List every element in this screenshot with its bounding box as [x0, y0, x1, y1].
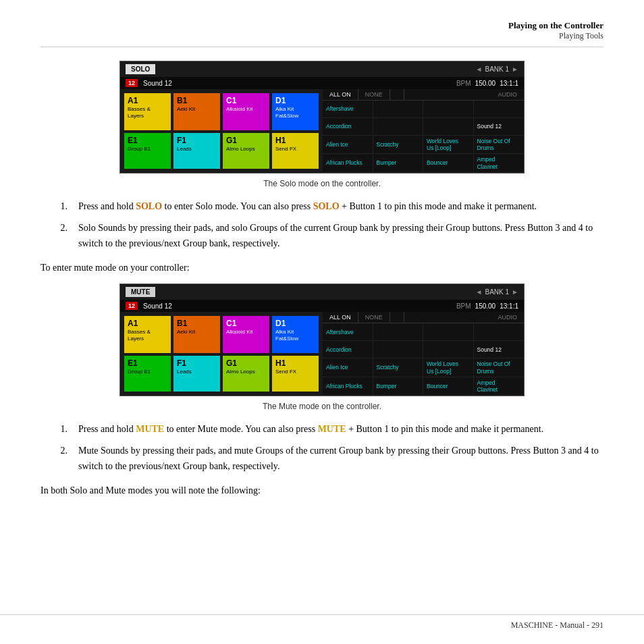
mute-pad-e1[interactable]: E1 Group E1 — [124, 356, 171, 392]
mute-cell-bouncer: Bouncer — [423, 377, 474, 395]
pad-f1[interactable]: F1 Leads — [173, 133, 220, 169]
cell-bouncer: Bouncer — [423, 154, 474, 171]
mute-right-row-3: Alien Ice Scratchy World LovesUs [Loop] … — [323, 358, 524, 377]
mute-pads-grid: A1 Basses &Layers B1 Aeki Kit C1 Alkaloi… — [120, 312, 323, 396]
cell-accordion: Accordion — [323, 118, 373, 135]
mute-intro: To enter mute mode on your controller: — [41, 261, 603, 275]
pad-b1[interactable]: B1 Aeki Kit — [173, 93, 220, 130]
mute-bank-nav: ◄ BANK 1 ► — [476, 288, 518, 296]
mute-right-row-1: Aftershave — [323, 323, 524, 341]
mute-cell-worldloves: World LovesUs [Loop] — [423, 358, 474, 376]
page-footer: MASCHINE - Manual - 291 — [0, 614, 644, 630]
solo-pads-grid: A1 Basses &Layers B1 Aeki Kit C1 Alkaloi… — [120, 89, 323, 173]
mute-keyword-2: MUTE — [318, 424, 346, 434]
mute-pad-b1[interactable]: B1 Aeki Kit — [173, 316, 220, 353]
mute-cell-noiseout: Noise Out OfDrums — [474, 358, 525, 376]
mute-item-number-2: 2. — [54, 444, 68, 474]
mute-pad-a1[interactable]: A1 Basses &Layers — [124, 316, 171, 353]
solo-main-area: A1 Basses &Layers B1 Aeki Kit C1 Alkaloi… — [120, 89, 524, 173]
mute-none-btn[interactable]: NONE — [358, 312, 390, 323]
pad-d1[interactable]: D1 Alka KitFat&Slow — [272, 93, 319, 130]
cell-r1c2 — [373, 101, 424, 117]
mute-cell-accordion: Accordion — [323, 341, 373, 358]
cell-scratchy: Scratchy — [373, 136, 424, 153]
mute-bank-next-arrow[interactable]: ► — [512, 288, 518, 296]
solo-topbar: SOLO ◄ BANK 1 ► — [120, 61, 524, 77]
mute-cell-amped: AmpedClavinet — [474, 377, 525, 395]
solo-keyword-1: SOLO — [136, 201, 162, 211]
solo-right-panel: ALL ON NONE AUDIO Aftershave Accordion — [323, 89, 524, 173]
audio-btn[interactable]: AUDIO — [491, 89, 524, 100]
pad-c1[interactable]: C1 Alkaloid Kit — [223, 93, 269, 130]
none-btn[interactable]: NONE — [358, 89, 390, 100]
mute-item-content-1: Press and hold MUTE to enter Mute mode. … — [78, 422, 603, 437]
mute-sound-number: 12 — [126, 302, 138, 310]
solo-mode-btn[interactable]: SOLO — [126, 64, 155, 74]
cell-sound12: Sound 12 — [474, 118, 525, 135]
cell-r2c2 — [373, 118, 424, 135]
mute-audio-btn[interactable]: AUDIO — [491, 312, 524, 323]
cell-aftershave: Aftershave — [323, 101, 373, 117]
right-row-4: African Plucks Bumper Bouncer AmpedClavi… — [323, 154, 524, 172]
right-row-1: Aftershave — [323, 101, 524, 118]
mute-position-value: 13:1:1 — [500, 302, 518, 310]
cell-bumper: Bumper — [373, 154, 424, 171]
mute-mode-btn[interactable]: MUTE — [126, 287, 155, 297]
item-number-1: 1. — [54, 199, 68, 214]
mute-cell-alienice: Alien Ice — [323, 358, 373, 376]
mute-cell-r1c2 — [373, 323, 424, 340]
cell-worldloves: World LovesUs [Loop] — [423, 136, 474, 153]
bank-next-arrow[interactable]: ► — [512, 65, 518, 73]
cell-africanplucks: African Plucks — [323, 154, 373, 171]
pad-e1[interactable]: E1 Group E1 — [124, 133, 171, 169]
pad-g1[interactable]: G1 Atmo Loops — [223, 133, 269, 169]
mute-item-content-2: Mute Sounds by pressing their pads, and … — [78, 444, 603, 474]
mute-right-row-4: African Plucks Bumper Bouncer AmpedClavi… — [323, 377, 524, 396]
mute-right-panel-header: ALL ON NONE AUDIO — [323, 312, 524, 323]
cell-alienice: Alien Ice — [323, 136, 373, 153]
bank-prev-arrow[interactable]: ◄ — [476, 65, 483, 73]
mute-pad-c1[interactable]: C1 Alkaloid Kit — [223, 316, 269, 353]
solo-caption: The Solo mode on the controller. — [41, 179, 603, 188]
mute-numbered-list: 1. Press and hold MUTE to enter Mute mod… — [54, 422, 603, 474]
mute-bpm-section: BPM 150.00 13:1:1 — [456, 302, 518, 310]
cell-r1c4 — [474, 101, 525, 117]
solo-screenshot: SOLO ◄ BANK 1 ► 12 Sound 12 BPM 150.00 1… — [119, 61, 525, 173]
all-on-btn[interactable]: ALL ON — [323, 89, 358, 100]
mute-pad-d1[interactable]: D1 Alka KitFat&Slow — [272, 316, 319, 353]
pad-a1[interactable]: A1 Basses &Layers — [124, 93, 171, 130]
bpm-label: BPM — [456, 80, 471, 87]
mute-bank-prev-arrow[interactable]: ◄ — [476, 288, 483, 296]
mute-cell-r2c2 — [373, 341, 424, 358]
empty-btn — [390, 89, 404, 100]
right-row-3: Alien Ice Scratchy World LovesUs [Loop] … — [323, 136, 524, 154]
mute-cell-sound12: Sound 12 — [474, 341, 525, 358]
mute-all-on-btn[interactable]: ALL ON — [323, 312, 358, 323]
mute-pad-f1[interactable]: F1 Leads — [173, 356, 220, 392]
mute-pad-g1[interactable]: G1 Atmo Loops — [223, 356, 269, 392]
mute-cell-r1c3 — [423, 323, 474, 340]
mute-screenshot: MUTE ◄ BANK 1 ► 12 Sound 12 BPM 150.00 1… — [119, 284, 525, 396]
mute-pad-h1[interactable]: H1 Send FX — [272, 356, 319, 392]
mute-right-panel-rows: Aftershave Accordion Sound 12 Alien Ice … — [323, 323, 524, 396]
mute-cell-scratchy: Scratchy — [373, 358, 424, 376]
mute-cell-bumper: Bumper — [373, 377, 424, 395]
pad-h1[interactable]: H1 Send FX — [272, 133, 319, 169]
bpm-section: BPM 150.00 13:1:1 — [456, 80, 518, 87]
header-subtitle: Playing Tools — [41, 31, 603, 41]
mute-soundbar: 12 Sound 12 BPM 150.00 13:1:1 — [120, 300, 524, 312]
bank-nav: ◄ BANK 1 ► — [476, 65, 518, 73]
mute-cell-r2c3 — [423, 341, 474, 358]
mute-caption: The Mute mode on the controller. — [41, 402, 603, 411]
right-panel-header: ALL ON NONE AUDIO — [323, 89, 524, 101]
item-number-2: 2. — [54, 221, 68, 251]
item-content-1: Press and hold SOLO to enter Solo mode. … — [78, 199, 603, 214]
solo-item-2: 2. Solo Sounds by pressing their pads, a… — [54, 221, 603, 251]
bpm-value: 150.00 — [475, 80, 496, 87]
both-modes-text: In both Solo and Mute modes you will not… — [41, 483, 603, 498]
solo-keyword-2: SOLO — [313, 201, 340, 211]
mute-bpm-value: 150.00 — [475, 302, 496, 310]
cell-r2c3 — [423, 118, 474, 135]
mute-empty-btn — [390, 312, 404, 323]
mute-cell-africanplucks: African Plucks — [323, 377, 373, 395]
